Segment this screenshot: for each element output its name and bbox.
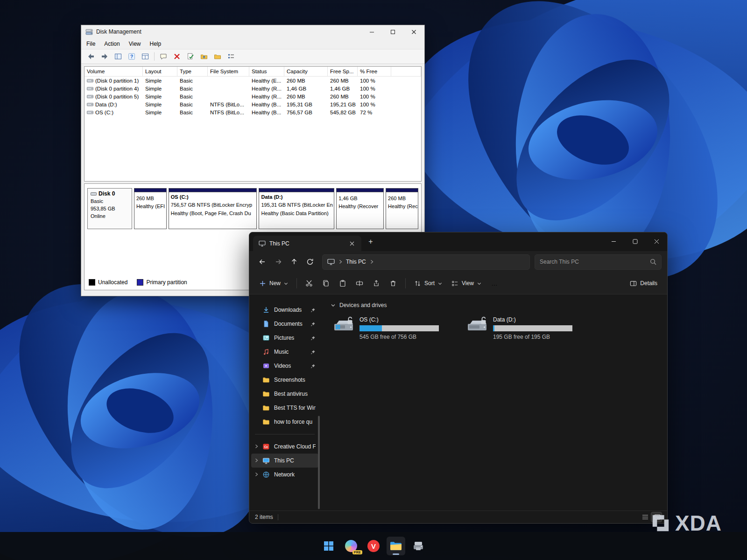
disk-0-info-panel[interactable]: Disk 0 Basic 953,85 GB Online	[87, 188, 132, 229]
comment-button[interactable]	[159, 52, 168, 61]
back-button[interactable]	[255, 254, 270, 269]
search-box[interactable]: Search This PC	[535, 254, 662, 270]
partition-efi[interactable]: 260 MB Healthy (EFI	[134, 188, 167, 229]
sidebar-item-best-antivirus[interactable]: Best antivirus	[251, 387, 318, 401]
new-button[interactable]: New	[255, 277, 292, 290]
sort-button[interactable]: Sort	[410, 277, 446, 290]
close-icon	[654, 239, 659, 244]
details-pane-button[interactable]: Details	[626, 277, 662, 290]
sidebar-label: Network	[274, 471, 295, 478]
copy-button[interactable]	[318, 275, 334, 291]
partition-recovery-1[interactable]: 1,46 GB Healthy (Recover	[336, 188, 384, 229]
column-file-system[interactable]: File System	[208, 67, 249, 76]
console-tree-button[interactable]	[113, 52, 123, 61]
partition-recovery-2[interactable]: 260 MB Healthy (Rec	[386, 188, 418, 229]
forward-button[interactable]	[100, 52, 109, 61]
volume-list-header: Volume Layout Type File System Status Ca…	[85, 67, 421, 77]
devices-and-drives-section-header[interactable]: Devices and drives	[331, 302, 667, 308]
sidebar-item-documents[interactable]: Documents	[251, 317, 318, 331]
drive-d-icon	[466, 316, 488, 336]
maximize-button[interactable]	[624, 232, 646, 250]
volume-row[interactable]: OS (C:) Simple Basic NTFS (BitLo... Heal…	[85, 108, 421, 116]
file-explorer-button[interactable]	[387, 537, 405, 555]
delete-button[interactable]	[385, 275, 401, 291]
close-button[interactable]	[403, 25, 424, 38]
sidebar-scrollbar[interactable]	[318, 416, 320, 509]
volume-row[interactable]: (Disk 0 partition 4) Simple Basic Health…	[85, 84, 421, 92]
details-view-toggle[interactable]	[639, 512, 649, 522]
column-free-space[interactable]: Free Sp...	[328, 67, 358, 76]
volume-row[interactable]: Data (D:) Simple Basic NTFS (BitLo... He…	[85, 100, 421, 108]
scissors-icon	[305, 280, 313, 287]
sidebar-label: Best antivirus	[274, 391, 308, 397]
disk-management-toolbar: ?	[81, 49, 424, 64]
back-button[interactable]	[86, 52, 96, 61]
minimize-button[interactable]	[361, 25, 382, 38]
tab-close-button[interactable]	[346, 238, 358, 249]
properties-button[interactable]	[226, 52, 236, 61]
up-button[interactable]	[287, 254, 302, 269]
close-button[interactable]	[646, 232, 667, 250]
start-button[interactable]	[319, 537, 338, 555]
help-button[interactable]: ?	[127, 52, 136, 61]
sidebar-item-creative-cloud[interactable]: Cc Creative Cloud F	[251, 440, 318, 454]
column-volume[interactable]: Volume	[85, 67, 143, 76]
menu-view[interactable]: View	[129, 41, 141, 47]
address-bar[interactable]: This PC	[322, 254, 530, 270]
sidebar-item-screenshots[interactable]: Screenshots	[251, 373, 318, 387]
copilot-button[interactable]: PRE	[342, 537, 360, 555]
red-x-icon	[173, 53, 181, 60]
mark-active-button[interactable]	[186, 52, 195, 61]
explore-button[interactable]	[213, 52, 222, 61]
drive-data-d[interactable]: Data (D:) 195 GB free of 195 GB	[464, 315, 585, 342]
view-button[interactable]: View	[447, 277, 486, 290]
paste-button[interactable]	[335, 275, 351, 291]
tab-title: This PC	[269, 240, 343, 247]
search-placeholder: Search This PC	[540, 259, 646, 265]
menu-file[interactable]: File	[86, 41, 95, 47]
sidebar-item-downloads[interactable]: Downloads	[251, 303, 318, 317]
monitor-icon	[327, 259, 335, 265]
column-pct-free[interactable]: % Free	[358, 67, 391, 76]
column-layout[interactable]: Layout	[143, 67, 177, 76]
cut-button[interactable]	[301, 275, 317, 291]
vivaldi-button[interactable]: V	[364, 537, 383, 555]
forward-button[interactable]	[271, 254, 286, 269]
partition-color-band	[386, 189, 418, 192]
volume-row[interactable]: (Disk 0 partition 5) Simple Basic Health…	[85, 92, 421, 100]
panes-button[interactable]	[141, 52, 150, 61]
delete-volume-button[interactable]	[172, 52, 182, 61]
sidebar-item-this-pc[interactable]: This PC	[251, 454, 318, 468]
partition-os-c[interactable]: OS (C:) 756,57 GB NTFS (BitLocker Encryp…	[169, 188, 257, 229]
share-button[interactable]	[368, 275, 384, 291]
sidebar-item-network[interactable]: Network	[251, 468, 318, 482]
sidebar-item-how-to-force[interactable]: how to force qu	[251, 415, 318, 429]
minimize-button[interactable]	[603, 232, 624, 250]
tab-this-pc[interactable]: This PC	[253, 236, 361, 251]
device-button[interactable]	[409, 537, 428, 555]
disk-management-titlebar[interactable]: Disk Management	[81, 25, 424, 38]
more-options-button[interactable]: …	[486, 275, 502, 291]
column-status[interactable]: Status	[249, 67, 284, 76]
volume-row[interactable]: (Disk 0 partition 1) Simple Basic Health…	[85, 77, 421, 84]
back-icon	[87, 53, 95, 60]
sidebar-item-best-tts[interactable]: Best TTS for Win	[251, 401, 318, 415]
sidebar-item-music[interactable]: Music	[251, 345, 318, 359]
breadcrumb-this-pc[interactable]: This PC	[346, 259, 366, 265]
refresh-button[interactable]	[303, 254, 317, 269]
device-icon	[413, 541, 424, 551]
partition-data-d[interactable]: Data (D:) 195,31 GB NTFS (BitLocker En H…	[259, 188, 334, 229]
cell-layout: Simple	[143, 94, 177, 99]
column-capacity[interactable]: Capacity	[284, 67, 328, 76]
maximize-button[interactable]	[382, 25, 403, 38]
menu-action[interactable]: Action	[104, 41, 120, 47]
cell-pct-free: 72 %	[358, 110, 391, 115]
drive-os-c[interactable]: OS (C:) 545 GB free of 756 GB	[331, 315, 452, 342]
rename-button[interactable]	[352, 275, 367, 291]
column-type[interactable]: Type	[177, 67, 208, 76]
open-folder-button[interactable]	[199, 52, 209, 61]
sidebar-item-videos[interactable]: Videos	[251, 359, 318, 373]
menu-help[interactable]: Help	[150, 41, 162, 47]
sidebar-item-pictures[interactable]: Pictures	[251, 331, 318, 345]
new-tab-button[interactable]: +	[365, 236, 376, 247]
